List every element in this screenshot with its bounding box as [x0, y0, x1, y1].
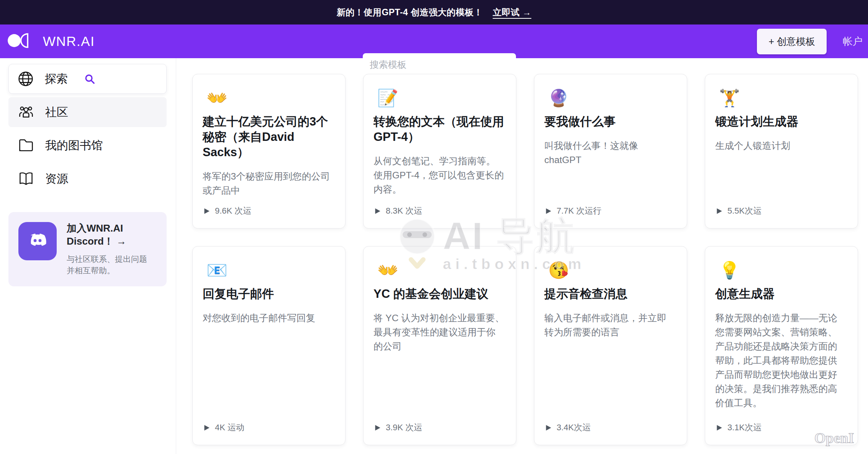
template-description: 叫我做什么事！这就像 chatGPT [544, 139, 675, 167]
template-card[interactable]: 📧 回复电子邮件 对您收到的电子邮件写回复 4K 运动 [192, 246, 346, 445]
template-runs: 4K 运动 [203, 422, 244, 433]
template-description: 将 YC 认为对初创企业最重要、最具有变革性的建议适用于你的公司 [373, 311, 504, 353]
template-card[interactable]: 😘 提示音检查消息 输入电子邮件或消息，并立即转为所需要的语言 3.4K次运 [534, 246, 687, 445]
template-runs: 3.1K次运 [716, 422, 762, 433]
template-runs: 3.4K次运 [545, 422, 591, 433]
sidebar-item-label: 我的图书馆 [45, 138, 103, 154]
template-title: 锻造计划生成器 [715, 114, 846, 129]
sidebar-item-label: 资源 [45, 171, 68, 187]
run-count: 9.6K 次运 [215, 205, 251, 217]
template-description: 生成个人锻造计划 [715, 139, 846, 153]
folder-icon [18, 137, 34, 154]
template-card[interactable]: 🔮 要我做什么事 叫我做什么事！这就像 chatGPT 7.7K 次运行 [534, 74, 687, 229]
template-runs: 5.5K次运 [716, 205, 762, 217]
globe-icon [17, 70, 34, 87]
template-card[interactable]: 📝 转换您的文本（现在使用 GPT-4） 从何文创笔记、学习指南等。使用GPT-… [363, 74, 516, 229]
sidebar-item-label: 社区 [45, 105, 68, 120]
template-title: 建立十亿美元公司的3个秘密（来自David Sacks） [203, 114, 334, 160]
discord-text: 加入WNR.AI Discord！ → 与社区联系、提出问题并相互帮助。 [67, 222, 155, 276]
template-title: 转换您的文本（现在使用 GPT-4） [373, 114, 504, 145]
try-now-link[interactable]: 立即试 → [493, 7, 531, 18]
sidebar-item-label: 探索 [45, 71, 68, 87]
sidebar-item-resources[interactable]: 资源 [8, 164, 167, 194]
template-description: 从何文创笔记、学习指南等。使用GPT-4，您可以包含更长的内容。 [373, 154, 504, 196]
brand-name: WNR.AI [43, 34, 95, 49]
template-emoji-icon: 👐 [206, 90, 334, 106]
play-icon [545, 208, 552, 214]
account-link[interactable]: 帐户 [843, 35, 863, 48]
content: 探索 社区 [0, 58, 868, 454]
template-emoji-icon: 💡 [719, 262, 846, 279]
template-title: 要我做什么事 [544, 114, 675, 129]
play-icon [374, 425, 381, 431]
create-template-button[interactable]: + 创意模板 [757, 29, 827, 54]
template-title: 创意生成器 [715, 286, 846, 302]
template-gallery: 👐 建立十亿美元公司的3个秘密（来自David Sacks） 将军的3个秘密应用… [176, 58, 868, 454]
people-icon [18, 104, 34, 121]
page: 新的！使用GPT-4 创造强大的模板！ 立即试 → WNR.AI + 创意模板 … [0, 0, 868, 454]
play-icon [374, 208, 381, 214]
search-icon[interactable] [84, 73, 95, 85]
template-runs: 7.7K 次运行 [545, 205, 601, 217]
template-description: 对您收到的电子邮件写回复 [203, 311, 334, 325]
template-emoji-icon: 👐 [377, 262, 504, 279]
template-title: 提示音检查消息 [544, 286, 675, 302]
logo-icon [7, 32, 36, 51]
template-description: 释放无限的创造力量——无论您需要网站文案、营销策略、产品功能还是战略决策方面的帮… [715, 311, 846, 410]
template-card[interactable]: 💡 创意生成器 释放无限的创造力量——无论您需要网站文案、营销策略、产品功能还是… [705, 246, 858, 445]
template-description: 将军的3个秘密应用到您的公司或产品中 [203, 169, 334, 198]
discord-icon [18, 222, 57, 260]
template-grid: 👐 建立十亿美元公司的3个秘密（来自David Sacks） 将军的3个秘密应用… [192, 74, 868, 445]
run-count: 3.1K次运 [727, 422, 762, 433]
sidebar: 探索 社区 [0, 58, 176, 454]
sidebar-item-library[interactable]: 我的图书馆 [8, 131, 167, 160]
template-card[interactable]: 👐 建立十亿美元公司的3个秘密（来自David Sacks） 将军的3个秘密应用… [192, 74, 346, 229]
play-icon [716, 425, 722, 431]
header-right: + 创意模板 帐户 [757, 24, 863, 58]
run-count: 4K 运动 [215, 422, 244, 433]
announcement-banner: 新的！使用GPT-4 创造强大的模板！ 立即试 → [0, 0, 868, 24]
template-card[interactable]: 👐 YC 的基金会创业建议 将 YC 认为对初创企业最重要、最具有变革性的建议适… [363, 246, 516, 445]
template-runs: 8.3K 次运 [374, 205, 422, 217]
template-emoji-icon: 📧 [206, 262, 334, 279]
book-icon [18, 170, 34, 187]
template-title: 回复电子邮件 [203, 286, 334, 302]
template-emoji-icon: 🏋️ [719, 90, 846, 106]
run-count: 8.3K 次运 [386, 205, 422, 217]
template-card[interactable]: 🏋️ 锻造计划生成器 生成个人锻造计划 5.5K次运 [705, 74, 858, 229]
template-description: 输入电子邮件或消息，并立即转为所需要的语言 [544, 311, 675, 339]
brand-logo[interactable]: WNR.AI [7, 24, 95, 58]
play-icon [203, 208, 210, 214]
template-emoji-icon: 🔮 [548, 90, 675, 106]
play-icon [203, 425, 210, 431]
discord-cta-card[interactable]: 加入WNR.AI Discord！ → 与社区联系、提出问题并相互帮助。 [8, 212, 167, 286]
play-icon [545, 425, 552, 431]
run-count: 3.4K次运 [557, 422, 591, 433]
play-icon [716, 208, 722, 214]
sidebar-item-community[interactable]: 社区 [8, 97, 167, 127]
run-count: 3.9K 次运 [386, 422, 422, 433]
template-title: YC 的基金会创业建议 [373, 286, 504, 302]
discord-description: 与社区联系、提出问题并相互帮助。 [67, 253, 155, 277]
sidebar-item-explore[interactable]: 探索 [8, 64, 167, 94]
header: WNR.AI + 创意模板 帐户 [0, 24, 868, 58]
announcement-text: 新的！使用GPT-4 创造强大的模板！ [337, 7, 483, 18]
template-emoji-icon: 😘 [548, 262, 675, 279]
template-runs: 3.9K 次运 [374, 422, 422, 433]
run-count: 5.5K次运 [727, 205, 762, 217]
run-count: 7.7K 次运行 [557, 205, 601, 217]
template-emoji-icon: 📝 [377, 90, 504, 106]
discord-title: 加入WNR.AI Discord！ → [67, 222, 155, 248]
template-runs: 9.6K 次运 [203, 205, 251, 217]
